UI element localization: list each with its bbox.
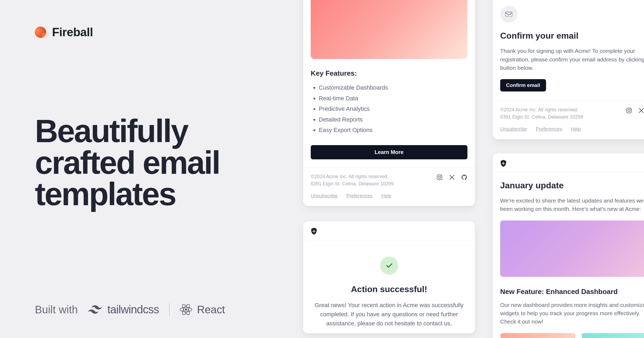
feature-item: Real-time Data	[319, 93, 467, 104]
update-hero-image	[500, 221, 644, 277]
card-header	[493, 153, 644, 172]
preferences-link[interactable]: Preferences	[346, 193, 372, 199]
divider	[169, 303, 170, 316]
help-link[interactable]: Help	[571, 126, 581, 132]
template-card-confirm: Confirm your email Thank you for signing…	[493, 0, 644, 139]
feature-item: Detailed Reports	[319, 114, 467, 125]
card-body: Confirm your email Thank you for signing…	[493, 0, 644, 101]
card-footer: ©2024 Acme Inc. All rights reserved. 639…	[493, 101, 644, 139]
react-logo: React	[180, 303, 225, 316]
features-heading: Key Features:	[311, 69, 467, 78]
card-footer: ©2024 Acme Inc. All rights reserved. 639…	[303, 167, 475, 206]
x-icon[interactable]	[638, 107, 644, 114]
feature-item: Easy Export Options	[319, 125, 467, 135]
fireball-icon	[33, 25, 48, 39]
svg-point-8	[628, 109, 630, 112]
success-title: Action successful!	[314, 284, 464, 294]
svg-point-5	[438, 176, 441, 178]
footer-copyright: ©2024 Acme Inc. All rights reserved.	[311, 173, 399, 180]
email-badge	[500, 6, 517, 23]
built-with-row: Built with tailwindcss React	[35, 303, 225, 316]
hero-title-line2: crafted email	[35, 145, 219, 181]
brand-name: Fireball	[52, 25, 93, 39]
unsubscribe-link[interactable]: Unsubscribe	[500, 126, 527, 132]
learn-more-button[interactable]: Learn More	[311, 145, 467, 159]
preferences-link[interactable]: Preferences	[536, 126, 562, 132]
tailwind-logo: tailwindcss	[88, 303, 159, 316]
footer-icons	[436, 173, 467, 181]
tailwind-icon	[88, 305, 102, 314]
confirm-email-button[interactable]: Confirm email	[500, 79, 546, 91]
features-list: Customizable Dashboards Real-time Data P…	[319, 82, 467, 135]
update-image-1	[500, 333, 576, 338]
hero-title: Beautifully crafted email templates	[35, 115, 219, 210]
instagram-icon[interactable]	[626, 107, 632, 114]
update-image-2	[581, 333, 644, 338]
template-card-update: January update We're excited to share th…	[493, 153, 644, 338]
card-body: January update We're excited to share th…	[493, 172, 644, 338]
confirm-body: Thank you for signing up with Acme! To c…	[500, 47, 644, 72]
feature-item: Predictive Analytics	[319, 104, 467, 114]
instagram-icon[interactable]	[436, 174, 443, 181]
x-icon[interactable]	[449, 174, 455, 181]
update-feature-title: New Feature: Enhanced Dashboard	[500, 288, 644, 296]
brand: Fireball	[35, 25, 93, 39]
footer-copyright: ©2024 Acme Inc. All rights reserved.	[500, 106, 588, 113]
update-feature-body: Our new dashboard provides more insights…	[500, 301, 644, 326]
svg-point-9	[630, 109, 631, 109]
svg-point-0	[185, 308, 187, 311]
success-badge	[380, 256, 398, 275]
hero-section: Fireball Beautifully crafted email templ…	[35, 0, 276, 338]
hero-title-line1: Beautifully	[35, 113, 188, 149]
success-body: Great news! Your recent action in Acme w…	[314, 301, 464, 328]
feature-item: Customizable Dashboards	[319, 82, 467, 93]
footer-meta: ©2024 Acme Inc. All rights reserved. 639…	[500, 106, 588, 133]
footer-meta: ©2024 Acme Inc. All rights reserved. 639…	[311, 173, 399, 200]
shield-icon	[500, 160, 507, 167]
confirm-title: Confirm your email	[500, 31, 644, 41]
react-text: React	[197, 304, 225, 316]
svg-point-6	[441, 175, 441, 176]
shield-icon	[311, 228, 317, 235]
footer-links: Unsubscribe Preferences Help	[311, 192, 399, 200]
react-icon	[180, 303, 192, 316]
feature-hero-image	[311, 0, 467, 59]
check-icon	[385, 262, 393, 270]
footer-address: 6391 Elgin St. Celina, Delaware 10299	[500, 113, 588, 121]
template-card-features: Key Features: Customizable Dashboards Re…	[303, 0, 475, 206]
update-intro: We're excited to share the latest update…	[500, 196, 644, 213]
help-link[interactable]: Help	[381, 193, 391, 199]
envelope-icon	[504, 10, 513, 19]
template-card-success: Action successful! Great news! Your rece…	[303, 221, 475, 333]
hero-title-line3: templates	[35, 176, 175, 212]
built-with-label: Built with	[35, 304, 78, 316]
unsubscribe-link[interactable]: Unsubscribe	[311, 193, 338, 199]
footer-icons	[626, 106, 644, 114]
footer-links: Unsubscribe Preferences Help	[500, 126, 588, 133]
card-header	[303, 221, 475, 240]
tailwind-text: tailwindcss	[107, 303, 159, 316]
github-icon[interactable]	[461, 174, 467, 181]
update-title: January update	[500, 181, 644, 190]
card-body: Action successful! Great news! Your rece…	[303, 240, 475, 333]
footer-address: 6391 Elgin St. Celina, Delaware 10299	[311, 180, 399, 188]
update-images-row	[500, 333, 644, 338]
